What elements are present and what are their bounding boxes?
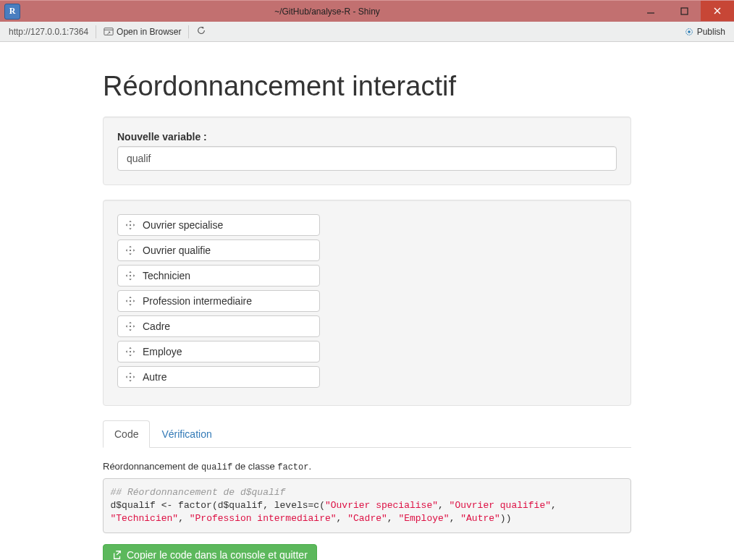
publish-button[interactable]: Publish <box>680 25 730 38</box>
sortable-item[interactable]: Ouvrier qualifie <box>117 239 320 261</box>
minimize-button[interactable] <box>634 1 667 21</box>
move-icon <box>125 347 135 357</box>
sortable-item-label: Cadre <box>143 321 170 332</box>
move-icon <box>125 321 135 331</box>
url-display: http://127.0.0.1:7364 <box>4 25 96 38</box>
desc-class: factor <box>277 462 308 472</box>
sortable-item[interactable]: Profession intermediaire <box>117 290 320 312</box>
copy-quit-button[interactable]: Copier le code dans la console et quitte… <box>103 544 317 560</box>
container: Réordonnancement interactif Nouvelle var… <box>92 42 642 560</box>
page-title: Réordonnancement interactif <box>103 71 631 102</box>
sortable-item-label: Ouvrier specialise <box>143 219 223 231</box>
svg-point-7 <box>688 30 691 33</box>
browser-icon <box>104 27 114 37</box>
maximize-button[interactable] <box>667 1 701 21</box>
levels-well: Ouvrier specialiseOuvrier qualifieTechni… <box>103 200 631 406</box>
minimize-icon <box>646 7 655 15</box>
close-icon <box>713 7 722 15</box>
toolbar: http://127.0.0.1:7364 Open in Browser Pu… <box>0 22 734 42</box>
maximize-icon <box>680 7 688 15</box>
sortable-item[interactable]: Autre <box>117 366 320 388</box>
close-button[interactable] <box>701 1 734 21</box>
sortable-item[interactable]: Technicien <box>117 265 320 287</box>
sortable-item[interactable]: Employe <box>117 341 320 362</box>
open-in-browser-button[interactable]: Open in Browser <box>101 25 189 38</box>
desc-prefix: Réordonnancement de <box>103 461 201 472</box>
reload-icon <box>196 25 206 35</box>
variable-input[interactable] <box>117 146 617 171</box>
desc-var: qualif <box>201 462 232 472</box>
copy-quit-label: Copier le code dans la console et quitte… <box>127 549 308 560</box>
sortable-item-label: Ouvrier qualifie <box>143 245 211 256</box>
move-icon <box>125 245 135 255</box>
sortable-item[interactable]: Cadre <box>117 315 320 337</box>
sortable-item-label: Technicien <box>143 270 190 281</box>
sortable-item-label: Profession intermediaire <box>143 295 252 307</box>
tab-code[interactable]: Code <box>103 420 150 448</box>
content-viewport[interactable]: Réordonnancement interactif Nouvelle var… <box>0 42 734 560</box>
publish-icon <box>684 27 694 37</box>
tab-verification-label: Vérification <box>150 420 223 448</box>
window-controls <box>634 1 734 22</box>
app-icon: R <box>4 4 20 20</box>
window-titlebar: R ~/GitHub/analyse-R - Shiny <box>0 0 734 22</box>
publish-label: Publish <box>697 27 725 37</box>
variable-label: Nouvelle variable : <box>117 131 617 143</box>
sortable-list: Ouvrier specialiseOuvrier qualifieTechni… <box>117 214 617 388</box>
share-icon <box>112 550 122 560</box>
reload-button[interactable] <box>193 24 209 39</box>
tab-code-label: Code <box>103 420 150 448</box>
sortable-item[interactable]: Ouvrier specialise <box>117 214 320 236</box>
move-icon <box>125 296 135 306</box>
code-preview[interactable]: ## Réordonnancement de d$qualif d$qualif… <box>103 478 631 533</box>
sortable-item-label: Employe <box>143 346 182 357</box>
desc-mid: de classe <box>232 461 277 472</box>
move-icon <box>125 220 135 230</box>
sortable-item-label: Autre <box>143 371 166 383</box>
tab-content: Réordonnancement de qualif de classe fac… <box>103 448 631 560</box>
svg-rect-1 <box>681 8 688 14</box>
move-icon <box>125 372 135 382</box>
desc-suffix: . <box>308 461 311 472</box>
tabs: Code Vérification <box>103 420 631 448</box>
open-in-browser-label: Open in Browser <box>117 27 181 37</box>
variable-well: Nouvelle variable : <box>103 116 631 185</box>
description-line: Réordonnancement de qualif de classe fac… <box>103 461 631 472</box>
window-title: ~/GitHub/analyse-R - Shiny <box>20 7 634 17</box>
tab-verification[interactable]: Vérification <box>150 420 223 448</box>
move-icon <box>125 271 135 281</box>
